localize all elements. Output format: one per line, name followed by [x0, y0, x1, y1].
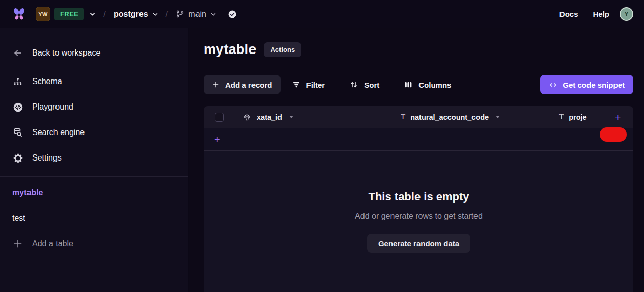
branch-name: main — [188, 10, 206, 19]
columns-icon — [404, 80, 413, 89]
columns-label: Columns — [418, 81, 451, 89]
column-menu-chevron-icon[interactable] — [496, 116, 500, 118]
filter-label: Filter — [306, 81, 325, 89]
tables-section: mytable test Add a table — [0, 177, 188, 256]
status-check-icon[interactable] — [228, 10, 237, 19]
empty-state-title: This table is empty — [368, 190, 469, 203]
plus-icon — [212, 81, 220, 89]
add-table-button[interactable]: Add a table — [0, 231, 188, 256]
table-name: test — [12, 214, 25, 223]
title-row: mytable Actions — [204, 42, 301, 58]
breadcrumb-separator: / — [103, 9, 106, 19]
breadcrumb-separator: / — [166, 9, 169, 19]
red-cursor-marker — [600, 127, 627, 142]
sidebar-item-label: Playground — [32, 102, 73, 112]
get-code-snippet-label: Get code snippet — [563, 81, 625, 89]
workspace-badge[interactable]: YW — [36, 7, 50, 21]
column-header-xata-id[interactable]: xata_id — [235, 106, 393, 128]
add-table-label: Add a table — [32, 239, 73, 248]
user-avatar[interactable]: Y — [620, 7, 633, 21]
back-to-workspace-link[interactable]: Back to workspace — [0, 40, 188, 66]
arrow-left-icon — [12, 48, 23, 58]
select-all-cell — [204, 106, 235, 128]
column-header-natural-account-code[interactable]: T natural_account_code — [393, 106, 551, 128]
text-type-icon: T — [559, 113, 564, 121]
workspace-chevron-down-icon[interactable] — [89, 11, 96, 17]
search-engine-icon — [12, 127, 23, 138]
sort-label: Sort — [364, 81, 379, 89]
code-icon — [549, 81, 557, 89]
sidebar-item-label: Schema — [32, 77, 62, 86]
sidebar: Back to workspace Schema Playground — [0, 28, 188, 292]
actions-button[interactable]: Actions — [264, 42, 301, 57]
filter-icon — [292, 80, 301, 89]
sidebar-table-test[interactable]: test — [0, 205, 188, 231]
sidebar-item-settings[interactable]: Settings — [0, 145, 188, 171]
empty-state-subtitle: Add or generate rows to get started — [355, 211, 483, 221]
sidebar-item-playground[interactable]: Playground — [0, 94, 188, 120]
columns-button[interactable]: Columns — [398, 75, 457, 94]
playground-icon — [12, 102, 23, 113]
main-content: mytable Actions Add a record Filter Sort — [189, 28, 644, 292]
column-name: xata_id — [257, 113, 282, 121]
plus-icon — [12, 238, 23, 249]
add-row-button[interactable]: + — [214, 135, 220, 145]
plan-badge: FREE — [54, 8, 84, 20]
help-link[interactable]: Help — [593, 10, 609, 18]
grid-header: xata_id T natural_account_code T proje + — [204, 106, 633, 128]
sort-button[interactable]: Sort — [343, 75, 385, 94]
branch-chevron-down-icon — [210, 11, 216, 17]
database-name: postgres — [114, 10, 148, 19]
breadcrumb-branch[interactable]: main — [176, 10, 216, 19]
git-branch-icon — [176, 10, 184, 18]
data-grid: xata_id T natural_account_code T proje +… — [204, 106, 633, 292]
get-code-snippet-button[interactable]: Get code snippet — [540, 75, 633, 94]
generate-random-data-button[interactable]: Generate random data — [367, 234, 470, 253]
text-type-icon: T — [401, 113, 405, 121]
add-record-label: Add a record — [225, 81, 272, 89]
settings-gear-icon — [12, 153, 23, 164]
column-header-proje[interactable]: T proje — [551, 106, 602, 128]
sidebar-item-label: Settings — [32, 153, 62, 163]
topbar-right: Docs Help Y — [559, 7, 633, 21]
filter-button[interactable]: Filter — [286, 75, 331, 94]
table-name: mytable — [12, 188, 43, 197]
breadcrumb-database[interactable]: postgres — [114, 10, 158, 19]
sidebar-item-search-engine[interactable]: Search engine — [0, 120, 188, 145]
top-bar: YW FREE / postgres / main Docs Help Y — [0, 0, 644, 28]
page-title: mytable — [204, 42, 256, 58]
column-name: natural_account_code — [410, 113, 489, 121]
xata-logo-icon[interactable] — [12, 7, 26, 21]
add-column-button[interactable]: + — [614, 112, 621, 122]
select-all-checkbox[interactable] — [215, 113, 224, 122]
sidebar-table-mytable[interactable]: mytable — [0, 180, 188, 205]
add-record-button[interactable]: Add a record — [204, 75, 281, 94]
add-column-cell: + — [602, 106, 633, 128]
empty-state: This table is empty Add or generate rows… — [204, 151, 633, 292]
add-row-strip[interactable]: + — [204, 128, 633, 151]
sidebar-item-schema[interactable]: Schema — [0, 69, 188, 94]
column-menu-chevron-icon[interactable] — [289, 116, 293, 118]
back-to-workspace-label: Back to workspace — [32, 48, 100, 58]
fingerprint-icon — [243, 113, 251, 121]
schema-icon — [12, 76, 23, 87]
sort-icon — [349, 80, 358, 89]
sidebar-item-label: Search engine — [32, 128, 85, 137]
toolbar: Add a record Filter Sort — [204, 75, 633, 94]
topbar-divider — [585, 10, 585, 19]
column-name: proje — [569, 113, 586, 121]
docs-link[interactable]: Docs — [559, 10, 578, 18]
database-chevron-down-icon — [152, 11, 158, 17]
